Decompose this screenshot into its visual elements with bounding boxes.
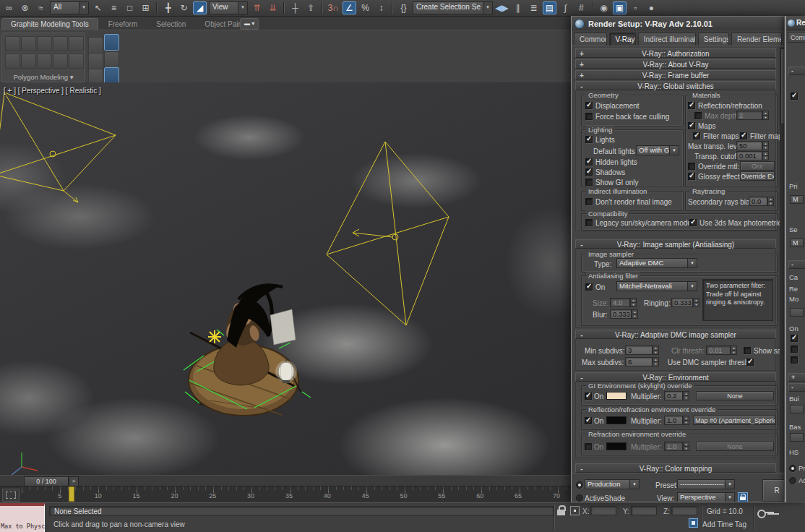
selection-lock-icon[interactable] xyxy=(557,505,566,516)
rollout-about-vray[interactable]: + V-Ray:: About V-Ray xyxy=(575,59,776,69)
polygon-modeling-tool-button[interactable] xyxy=(69,36,84,51)
polygon-modeling-tool-button[interactable] xyxy=(21,36,36,51)
manage-layers-icon[interactable]: ≣ xyxy=(527,1,541,14)
percent-snap-toggle-icon[interactable]: % xyxy=(358,1,372,14)
expand-icon[interactable]: + xyxy=(578,49,585,59)
gi-multiplier-spinner[interactable] xyxy=(683,391,689,400)
vray-light-gizmo-right[interactable] xyxy=(327,142,449,325)
aa-filter-on-checkbox[interactable] xyxy=(585,283,593,291)
polygon-modeling-tool-button[interactable] xyxy=(37,36,52,51)
rollout-bar-fragment[interactable]: - xyxy=(788,260,805,269)
max-depth-field[interactable]: 2 xyxy=(736,111,762,120)
ringing-spinner[interactable] xyxy=(693,298,699,307)
align-icon[interactable]: ∥ xyxy=(511,1,525,14)
refl-env-on-checkbox[interactable] xyxy=(585,417,592,424)
selection-filter-dropdown[interactable]: All xyxy=(50,1,89,14)
shadows-checkbox[interactable] xyxy=(585,168,593,176)
maxscript-mini-listener[interactable]: Max to Physc: xyxy=(0,503,45,532)
ringing-field[interactable]: 0.333 xyxy=(671,298,693,307)
gi-env-map-button[interactable]: None xyxy=(696,391,774,400)
rollout-authorization[interactable]: + V-Ray:: Authorization xyxy=(575,48,776,58)
add-time-tag[interactable]: Add Time Tag xyxy=(702,520,746,528)
polygon-modeling-tool-button[interactable] xyxy=(37,53,52,69)
checkbox-fragment[interactable] xyxy=(791,346,798,353)
dialog-titlebar[interactable]: Render Setup: V-Ray Adv 2.10.01 xyxy=(572,17,784,31)
gi-env-color-swatch[interactable] xyxy=(606,392,627,400)
render-button[interactable]: R xyxy=(762,479,785,502)
refr-env-map-button[interactable]: None xyxy=(696,442,774,451)
refl-env-map-button[interactable]: Map #0 (Apartment_Spherical_HiRes.hd xyxy=(693,416,775,425)
use-dmc-thresh-checkbox[interactable] xyxy=(746,359,754,366)
use-pivot-point-center-icon[interactable]: ⇈ xyxy=(250,1,264,14)
refr-env-on-checkbox[interactable] xyxy=(585,443,592,450)
named-selection-sets-dropdown[interactable]: Create Selection Se xyxy=(413,1,493,14)
ribbon-tab-graphite-modeling-tools[interactable]: Graphite Modeling Tools xyxy=(1,18,98,30)
x-coordinate-field[interactable] xyxy=(590,506,616,515)
reference-coordinate-system-dropdown[interactable]: View xyxy=(209,1,248,14)
radio-fragment[interactable]: Pro xyxy=(789,464,805,472)
ribbon-display-toggle[interactable]: ▬ ▾ xyxy=(240,18,259,30)
clr-thresh-field[interactable]: 0.01 xyxy=(706,346,731,355)
rollout-adaptive-dmc[interactable]: - V-Ray:: Adaptive DMC image sampler xyxy=(575,330,776,339)
show-samples-checkbox[interactable] xyxy=(744,347,751,354)
default-lights-dropdown[interactable]: Off with GI xyxy=(636,145,679,155)
button-fragment[interactable] xyxy=(790,308,804,317)
vray-light-gizmo-left[interactable] xyxy=(0,93,116,202)
ribbon-side-button[interactable] xyxy=(104,51,119,68)
max-transp-levels-spinner[interactable] xyxy=(762,141,769,150)
select-and-rotate-icon[interactable]: ↻ xyxy=(177,1,191,14)
secondary-rays-bias-spinner[interactable] xyxy=(767,197,774,206)
rollout-frame-buffer[interactable]: + V-Ray:: Frame buffer xyxy=(575,70,776,80)
character-model[interactable] xyxy=(184,285,311,416)
edit-named-selection-sets-icon[interactable]: {} xyxy=(397,1,410,14)
z-coordinate-field[interactable] xyxy=(671,506,697,515)
dialog-scrollbar[interactable] xyxy=(780,47,785,475)
transp-cutoff-field[interactable]: 0.001 xyxy=(736,151,762,160)
dont-render-final-image-checkbox[interactable] xyxy=(585,198,593,205)
tab-render-elements[interactable]: Render Element xyxy=(731,33,782,46)
set-key-icon[interactable] xyxy=(757,509,775,518)
next-frame-button[interactable]: > xyxy=(69,476,79,486)
select-and-move-icon[interactable]: ╋ xyxy=(161,1,175,14)
ribbon-side-button-active[interactable] xyxy=(104,34,119,51)
sampler-type-dropdown[interactable]: Adaptive DMC xyxy=(616,258,697,268)
transp-cutoff-spinner[interactable] xyxy=(762,151,769,160)
production-dropdown[interactable]: Production xyxy=(585,479,640,489)
absolute-offset-mode-icon[interactable] xyxy=(570,506,580,515)
select-and-scale-icon[interactable]: ◢ xyxy=(193,1,207,14)
tab-settings[interactable]: Settings xyxy=(698,33,729,46)
open-mini-trackview-button[interactable] xyxy=(2,489,20,502)
polygon-modeling-tool-button[interactable] xyxy=(21,53,36,69)
rollout-bar-fragment[interactable]: + xyxy=(788,373,805,382)
ribbon-side-button-active[interactable] xyxy=(104,67,119,84)
polygon-modeling-tool-button[interactable] xyxy=(53,53,68,69)
schematic-view-icon[interactable]: # xyxy=(574,1,588,14)
y-coordinate-field[interactable] xyxy=(631,506,657,515)
use-selection-center-icon[interactable]: ⇊ xyxy=(266,1,280,14)
refr-multiplier-field[interactable]: 1.0 xyxy=(664,442,683,451)
refr-multiplier-spinner[interactable] xyxy=(683,442,689,451)
displacement-checkbox[interactable] xyxy=(585,102,593,109)
polygon-modeling-tool-button[interactable] xyxy=(69,53,84,69)
blur-field[interactable]: 0.333 xyxy=(610,309,632,319)
keyboard-shortcut-override-toggle-icon[interactable]: ⇧ xyxy=(304,1,318,14)
spinner-snap-toggle-icon[interactable]: ↕ xyxy=(374,1,388,14)
polygon-modeling-tool-button[interactable] xyxy=(53,36,68,51)
photometric-scale-checkbox[interactable] xyxy=(689,219,697,226)
min-subdivs-field[interactable]: 3 xyxy=(625,346,653,355)
button-fragment[interactable]: M xyxy=(790,239,804,247)
lights-checkbox[interactable] xyxy=(585,136,593,143)
material-editor-icon[interactable]: ◉ xyxy=(597,1,611,14)
view-dropdown[interactable]: Perspective xyxy=(677,492,735,502)
time-slider[interactable]: 0 / 100 xyxy=(24,476,69,486)
refr-env-color-swatch[interactable] xyxy=(606,442,627,450)
unlink-selection-icon[interactable]: ⊗ xyxy=(18,1,32,14)
polygon-modeling-tool-button[interactable] xyxy=(5,36,20,51)
gi-env-on-checkbox[interactable] xyxy=(585,392,592,400)
ribbon-side-button[interactable] xyxy=(88,37,103,53)
snaps-toggle-3d-icon[interactable]: 3∩ xyxy=(327,1,340,14)
bind-to-space-warp-icon[interactable]: ≈ xyxy=(34,1,48,14)
render-setup-icon[interactable]: ▣ xyxy=(613,1,627,14)
glossy-override-exclude-button[interactable]: Override Exclu xyxy=(740,171,775,181)
preset-dropdown[interactable]: ------------------- xyxy=(677,479,735,489)
